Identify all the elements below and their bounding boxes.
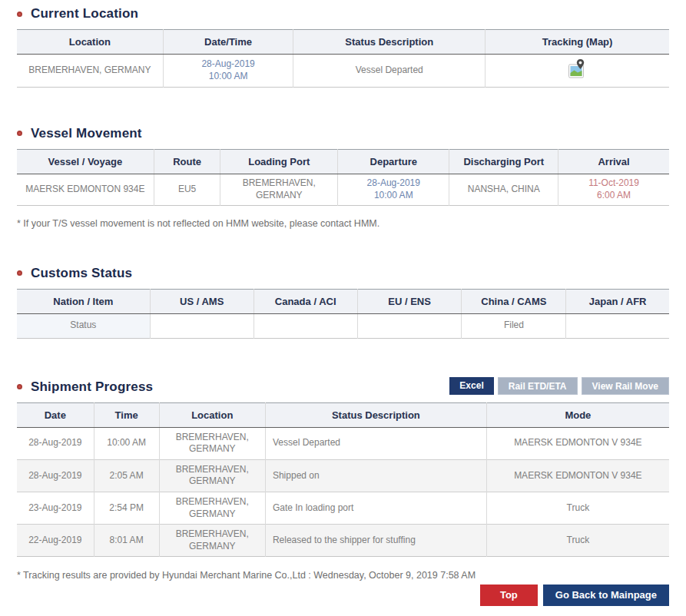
shipment-progress-title: Shipment Progress [17, 379, 153, 395]
excel-button[interactable]: Excel [449, 377, 493, 395]
section-title-text: Shipment Progress [31, 379, 153, 395]
section-shipment-progress: Shipment Progress Excel Rail ETD/ETA Vie… [17, 377, 669, 558]
time-cell: 10:00 AM [94, 427, 159, 459]
column-header: China / CAMS [462, 289, 566, 313]
time-text: 10:00 AM [340, 190, 446, 202]
current-location-title: Current Location [17, 6, 669, 22]
date-cell: 28-Aug-2019 [17, 427, 94, 459]
column-header: Discharging Port [449, 149, 558, 174]
customs-status-table: Nation / Item US / AMS Canada / ACI EU /… [17, 289, 669, 339]
table-row: BREMERHAVEN, GERMANY 28-Aug-2019 10:00 A… [17, 55, 669, 88]
time-cell: 2:54 PM [94, 492, 159, 524]
mode-cell: Truck [486, 525, 669, 557]
time-cell: 8:01 AM [94, 525, 159, 557]
column-header: Location [159, 402, 265, 427]
table-header-row: Date Time Location Status Description Mo… [17, 402, 669, 427]
route-cell: EU5 [154, 174, 220, 205]
column-header: Time [94, 402, 159, 427]
section-current-location: Current Location Location Date/Time Stat… [17, 6, 669, 88]
mode-cell: MAERSK EDMONTON V 934E [486, 427, 669, 459]
vessel-movement-title: Vessel Movement [17, 126, 669, 141]
table-row: Status Filed [17, 313, 669, 338]
date-cell: 28-Aug-2019 [17, 459, 94, 492]
location-cell: BREMERHAVEN, GERMANY [159, 427, 265, 459]
status-cell: Vessel Departed [293, 55, 486, 88]
location-cell: BREMERHAVEN, GERMANY [159, 459, 265, 492]
bullet-icon [17, 384, 22, 389]
location-cell: BREMERHAVEN, GERMANY [17, 55, 163, 88]
tracking-page: Current Location Location Date/Time Stat… [0, 0, 686, 616]
datetime-cell: 28-Aug-2019 10:00 AM [163, 55, 293, 88]
column-header: Route [154, 149, 220, 174]
column-header: Departure [338, 149, 449, 174]
top-button[interactable]: Top [480, 585, 538, 606]
tracking-map-cell [486, 55, 669, 88]
column-header: Nation / Item [17, 289, 150, 313]
column-header: EU / ENS [357, 289, 462, 313]
column-header: Tracking (Map) [486, 30, 669, 55]
column-header: Arrival [558, 149, 669, 174]
bullet-icon [17, 12, 22, 17]
location-cell: BREMERHAVEN, GERMANY [159, 525, 265, 557]
column-header: Japan / AFR [566, 289, 669, 313]
status-cell: Gate In loading port [265, 492, 486, 524]
table-row: 28-Aug-2019 2:05 AM BREMERHAVEN, GERMANY… [17, 459, 669, 492]
table-header-row: Nation / Item US / AMS Canada / ACI EU /… [17, 289, 669, 313]
footer-buttons: Top Go Back to Mainpage [17, 585, 669, 606]
status-cell: Released to the shipper for stuffing [265, 525, 486, 557]
view-rail-move-button[interactable]: View Rail Move [582, 377, 669, 395]
column-header: US / AMS [150, 289, 254, 313]
column-header: Status Description [293, 30, 486, 55]
vessel-voyage-cell: MAERSK EDMONTON 934E [17, 174, 154, 205]
table-header-row: Location Date/Time Status Description Tr… [17, 30, 669, 55]
section-customs-status: Customs Status Nation / Item US / AMS Ca… [17, 266, 669, 339]
departure-cell: 28-Aug-2019 10:00 AM [338, 174, 449, 205]
loading-port-cell: BREMERHAVEN, GERMANY [220, 174, 338, 205]
canada-aci-cell [254, 313, 357, 338]
vessel-movement-note: * If your T/S vessel movement is not ref… [17, 218, 669, 229]
arrival-cell: 11-Oct-2019 6:00 AM [558, 174, 669, 205]
column-header: Date/Time [163, 30, 293, 55]
go-back-to-mainpage-button[interactable]: Go Back to Mainpage [543, 585, 669, 606]
bullet-icon [17, 131, 22, 136]
eu-ens-cell [357, 313, 462, 338]
japan-afr-cell [566, 313, 669, 338]
column-header: Loading Port [220, 149, 338, 174]
china-cams-cell: Filed [462, 313, 566, 338]
rail-etd-eta-button[interactable]: Rail ETD/ETA [498, 377, 578, 395]
date-text: 28-Aug-2019 [340, 177, 446, 190]
table-row: 28-Aug-2019 10:00 AM BREMERHAVEN, GERMAN… [17, 427, 669, 459]
us-ams-cell [150, 313, 254, 338]
time-cell: 2:05 AM [94, 459, 159, 492]
table-row: 23-Aug-2019 2:54 PM BREMERHAVEN, GERMANY… [17, 492, 669, 524]
mode-cell: Truck [486, 492, 669, 524]
time-text: 10:00 AM [167, 71, 290, 83]
date-text: 11-Oct-2019 [561, 177, 667, 190]
column-header: Canada / ACI [254, 289, 357, 313]
column-header: Location [17, 30, 163, 55]
tracking-results-note: * Tracking results are provided by Hyund… [17, 570, 669, 581]
map-pin-icon[interactable] [568, 58, 587, 83]
section-title-text: Vessel Movement [31, 126, 142, 141]
bullet-icon [17, 270, 22, 276]
table-row: 22-Aug-2019 8:01 AM BREMERHAVEN, GERMANY… [17, 525, 669, 557]
date-cell: 23-Aug-2019 [17, 492, 94, 524]
table-row: MAERSK EDMONTON 934E EU5 BREMERHAVEN, GE… [17, 174, 669, 205]
location-cell: BREMERHAVEN, GERMANY [159, 492, 265, 524]
section-title-text: Customs Status [31, 266, 132, 281]
vessel-movement-table: Vessel / Voyage Route Loading Port Depar… [17, 149, 669, 206]
column-header: Status Description [265, 402, 486, 427]
shipment-progress-buttons: Excel Rail ETD/ETA View Rail Move [449, 377, 669, 395]
status-cell: Shipped on [265, 459, 486, 492]
shipment-progress-table: Date Time Location Status Description Mo… [17, 402, 669, 558]
table-header-row: Vessel / Voyage Route Loading Port Depar… [17, 149, 669, 174]
column-header: Date [17, 402, 94, 427]
current-location-table: Location Date/Time Status Description Tr… [17, 29, 669, 88]
customs-status-title: Customs Status [17, 266, 669, 281]
discharging-port-cell: NANSHA, CHINA [449, 174, 558, 205]
status-cell: Vessel Departed [265, 427, 486, 459]
time-text: 6:00 AM [561, 190, 667, 202]
mode-cell: MAERSK EDMONTON V 934E [486, 459, 669, 492]
section-vessel-movement: Vessel Movement Vessel / Voyage Route Lo… [17, 126, 669, 229]
column-header: Mode [486, 402, 669, 427]
